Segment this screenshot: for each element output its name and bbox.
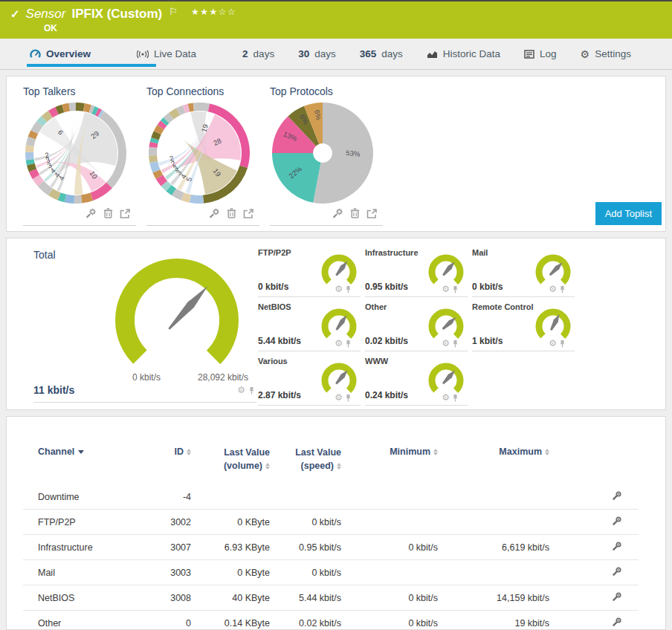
gear-icon[interactable]: ⚙ <box>335 339 343 348</box>
tab-label: Log <box>540 48 557 59</box>
pin-icon[interactable] <box>452 394 459 402</box>
add-toplist-button[interactable]: Add Toplist <box>595 202 662 225</box>
pin-icon[interactable] <box>345 394 352 402</box>
sensor-header: ✓ Sensor IPFIX (Custom) ⚐ ★★★☆☆ OK <box>0 1 672 39</box>
open-icon[interactable] <box>366 208 377 221</box>
pin-icon[interactable] <box>452 285 459 293</box>
channels-card: ChannelIDLast Value(volume)Last Value(sp… <box>6 416 666 630</box>
sort-icon[interactable] <box>265 463 270 470</box>
wrench-icon[interactable] <box>612 568 622 579</box>
value-cell: 0 kbit/s <box>346 611 442 630</box>
tab-historic-data[interactable]: Historic Data <box>415 39 512 69</box>
channel-gauge-icons: ⚙ <box>549 339 566 348</box>
value-cell: 0.14 KByte <box>196 611 274 630</box>
tab-30-days[interactable]: 30days <box>286 39 348 69</box>
channel-gauge-icons: ⚙ <box>335 339 352 348</box>
gear-icon[interactable]: ⚙ <box>549 339 557 348</box>
pin-icon[interactable] <box>345 285 352 293</box>
options-icon[interactable] <box>209 208 220 221</box>
column-header-actions <box>554 444 639 484</box>
delete-icon[interactable] <box>227 208 236 221</box>
value-cell: 3008 <box>149 585 196 611</box>
gauge-needle <box>441 316 457 331</box>
value-cell: 0 kbit/s <box>274 510 346 535</box>
open-icon[interactable] <box>243 208 253 221</box>
table-row: NetBIOS300840 KByte5.44 kbit/s0 kbit/s14… <box>23 585 639 611</box>
value-cell: 3002 <box>149 510 196 535</box>
channel-gauge-mail: Mail0 kbit/s⚙ <box>472 246 575 297</box>
value-cell: 5.44 kbit/s <box>274 585 346 611</box>
gear-icon[interactable]: ⚙ <box>442 285 450 293</box>
star-rating[interactable]: ★★★☆☆ <box>191 7 236 17</box>
tab-settings[interactable]: ⚙Settings <box>569 39 643 69</box>
channel-gauge-www: WWW0.24 kbit/s⚙ <box>365 354 468 406</box>
sort-icon[interactable] <box>337 463 341 470</box>
gear-icon[interactable]: ⚙ <box>442 339 450 348</box>
value-cell: 0 <box>149 611 196 630</box>
gauge-min-label: 0 kbit/s <box>117 372 176 383</box>
flag-icon[interactable]: ⚐ <box>169 6 178 17</box>
column-header-maximum[interactable]: Maximum <box>442 444 554 484</box>
tab-live-data[interactable]: Live Data <box>125 39 208 69</box>
column-header-channel[interactable]: Channel <box>23 444 149 484</box>
sort-icon[interactable] <box>545 449 549 455</box>
column-header-id[interactable]: ID <box>149 444 196 484</box>
tab-overview[interactable]: Overview <box>18 39 103 69</box>
channel-gauge-value: 0.02 kbit/s <box>365 336 408 346</box>
sort-icon[interactable] <box>433 449 438 455</box>
channel-gauge-icons: ⚙ <box>442 285 459 293</box>
wrench-icon[interactable] <box>612 543 622 553</box>
stars-filled: ★★★ <box>191 7 219 17</box>
gauge-icon <box>30 49 41 59</box>
toplist-title: Top Talkers <box>23 85 136 97</box>
column-header-minimum[interactable]: Minimum <box>346 444 442 484</box>
channel-gauge-icons: ⚙ <box>335 285 352 293</box>
tab-log[interactable]: Log <box>512 39 569 69</box>
tab-label: days <box>253 48 275 59</box>
tab-2-days[interactable]: 2days <box>230 39 286 69</box>
value-cell: 0 kbit/s <box>274 560 346 585</box>
total-gauge-icons: ⚙ <box>237 386 255 394</box>
tab-365-days[interactable]: 365days <box>348 39 415 69</box>
pin-icon[interactable] <box>559 285 566 293</box>
sort-desc-icon <box>78 450 84 454</box>
gear-icon[interactable]: ⚙ <box>442 393 450 402</box>
pin-icon[interactable] <box>452 340 459 348</box>
gear-icon[interactable]: ⚙ <box>335 393 343 402</box>
pin-icon[interactable] <box>248 386 255 394</box>
sort-icon[interactable] <box>187 449 191 455</box>
gauge-chart <box>103 250 251 383</box>
toplists-card: Top Talkers29104443326Top Connections192… <box>6 76 666 232</box>
channel-name-cell: NetBIOS <box>23 585 149 611</box>
pin-icon[interactable] <box>559 340 566 348</box>
wrench-icon[interactable] <box>612 493 622 503</box>
live-data-icon <box>137 50 149 59</box>
value-cell <box>196 484 274 510</box>
channel-gauge-value: 0.24 kbit/s <box>365 390 408 400</box>
channels-table: ChannelIDLast Value(volume)Last Value(sp… <box>23 444 639 630</box>
gear-icon[interactable]: ⚙ <box>549 285 557 293</box>
pin-icon[interactable] <box>345 340 352 348</box>
wrench-icon[interactable] <box>612 594 622 604</box>
delete-icon[interactable] <box>350 208 360 221</box>
gear-icon[interactable]: ⚙ <box>237 386 245 394</box>
tab-label: Overview <box>46 48 91 59</box>
options-icon[interactable] <box>332 208 343 221</box>
value-cell: 0 KByte <box>196 510 274 535</box>
value-cell <box>442 510 554 535</box>
wrench-icon[interactable] <box>612 518 622 528</box>
toplist-top-talkers: Top Talkers29104443326 <box>23 85 136 226</box>
options-icon[interactable] <box>85 208 97 221</box>
gauge-needle <box>166 283 210 331</box>
column-header-last-value-volume[interactable]: Last Value(volume) <box>196 444 274 484</box>
table-row: Other00.14 KByte0.02 kbit/s0 kbit/s19 kb… <box>23 611 639 630</box>
gear-icon[interactable]: ⚙ <box>335 285 343 293</box>
stars-empty: ☆☆ <box>219 7 237 17</box>
toplist-top-connections: Top Connections192819543322 <box>146 85 259 226</box>
delete-icon[interactable] <box>103 208 113 221</box>
open-icon[interactable] <box>120 208 130 221</box>
wrench-icon[interactable] <box>612 619 622 629</box>
column-header-last-value-speed[interactable]: Last Value(speed) <box>274 444 346 484</box>
channel-gauge-various: Various2.87 kbit/s⚙ <box>258 354 361 406</box>
channel-gauge-value: 5.44 kbit/s <box>258 336 301 346</box>
